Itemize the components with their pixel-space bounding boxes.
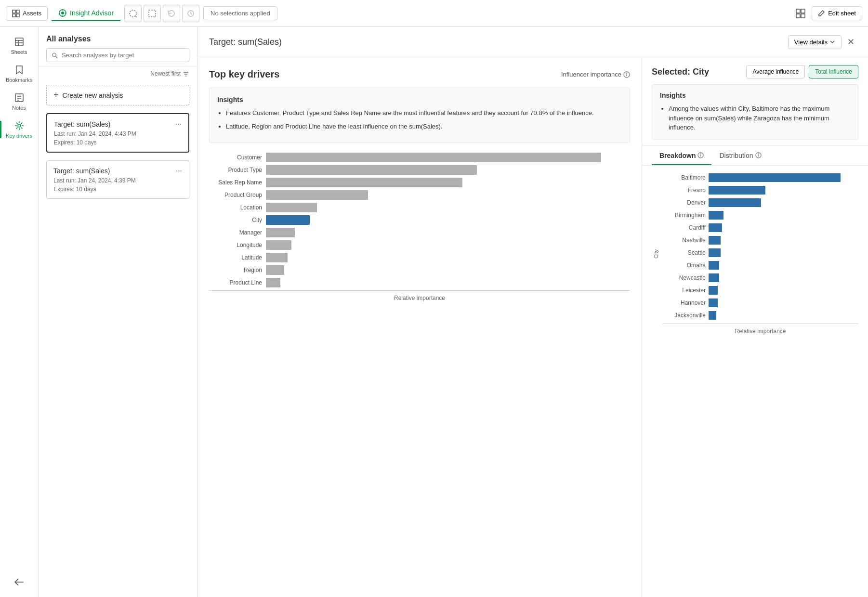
right-bar-label-11: Jacksonville: [662, 312, 706, 319]
edit-sheet-label: Edit sheet: [828, 10, 856, 17]
sidebar-item-bookmarks[interactable]: Bookmarks: [2, 61, 37, 87]
right-bar-label-10: Hannover: [662, 299, 706, 306]
left-bar-track-10: [266, 278, 630, 287]
info-icon: [623, 71, 630, 78]
tab-info-icon-breakdown: [697, 152, 704, 158]
left-bar-label-1: Product Type: [209, 167, 262, 173]
left-bar-track-8: [266, 253, 630, 262]
avg-influence-button[interactable]: Average influence: [746, 65, 805, 78]
left-bar-track-7: [266, 240, 630, 250]
right-bar-row-6: Seattle: [662, 248, 858, 257]
search-input[interactable]: [62, 52, 184, 59]
right-bar-label-7: Omaha: [662, 262, 706, 269]
view-grid-icon: [795, 8, 806, 19]
right-bar-label-0: Baltimore: [662, 174, 706, 181]
close-button[interactable]: ✕: [845, 35, 856, 49]
search-box[interactable]: [46, 48, 189, 62]
svg-rect-1: [16, 10, 19, 13]
left-bar-fill-7: [266, 240, 291, 250]
right-bar-label-5: Nashville: [662, 237, 706, 244]
insight-advisor-icon: [58, 9, 67, 17]
sidebar-item-notes[interactable]: Notes: [2, 89, 37, 115]
left-chart-area: Top key drivers Influencer importance In…: [197, 57, 642, 597]
view-details-button[interactable]: View details: [788, 35, 842, 49]
collapse-button[interactable]: [2, 573, 37, 591]
analysis-card-0[interactable]: Target: sum(Sales) ··· Last run: Jan 24,…: [46, 113, 189, 153]
insight-advisor-button[interactable]: Insight Advisor: [52, 6, 120, 21]
right-bar-row-2: Denver: [662, 198, 858, 207]
clock-icon-button[interactable]: [182, 5, 199, 22]
svg-rect-0: [13, 10, 15, 13]
left-bar-fill-9: [266, 265, 284, 275]
right-bar-track-9: [709, 286, 858, 295]
analysis-card-menu-0[interactable]: ···: [175, 120, 182, 129]
tab-distribution-label: Distribution: [719, 152, 753, 159]
assets-button[interactable]: Assets: [6, 6, 48, 21]
lasso-icon-button[interactable]: [124, 5, 142, 22]
left-bar-track-1: [266, 165, 630, 175]
right-bar-track-5: [709, 236, 858, 245]
right-bar-fill-1: [709, 186, 765, 195]
tab-breakdown[interactable]: Breakdown: [652, 146, 711, 165]
svg-rect-18: [796, 14, 800, 18]
right-y-axis: City: [652, 173, 660, 335]
right-chart-wrapper: City BaltimoreFresnoDenverBirminghamCard…: [652, 173, 858, 335]
svg-point-28: [18, 124, 21, 127]
notes-icon: [14, 92, 25, 103]
sidebar-item-key-drivers[interactable]: Key drivers: [2, 117, 37, 143]
edit-sheet-button[interactable]: Edit sheet: [812, 6, 862, 20]
left-bar-label-6: Manager: [209, 229, 262, 236]
left-bar-label-7: Longitude: [209, 242, 262, 248]
tab-distribution[interactable]: Distribution: [711, 146, 769, 165]
right-bar-fill-6: [709, 248, 721, 257]
edit-icon: [818, 10, 825, 17]
left-bar-row-6: Manager: [209, 228, 630, 237]
left-bar-row-10: Product Line: [209, 278, 630, 287]
svg-rect-2: [13, 14, 15, 17]
right-insights-list: Among the values within City, Baltimore …: [660, 104, 850, 132]
left-bar-fill-10: [266, 278, 280, 287]
right-bar-row-11: Jacksonville: [662, 311, 858, 320]
right-insights-box: Insights Among the values within City, B…: [652, 84, 858, 140]
svg-rect-19: [801, 14, 805, 18]
topbar-left: Assets Insight Advisor: [6, 5, 277, 22]
plus-icon: +: [53, 90, 59, 100]
total-influence-button[interactable]: Total influence: [809, 65, 858, 78]
analysis-card-1[interactable]: Target: sum(Sales) ··· Last run: Jan 24,…: [46, 160, 189, 199]
right-bar-row-4: Cardiff: [662, 223, 858, 232]
right-bar-label-6: Seattle: [662, 249, 706, 256]
view-details-label: View details: [794, 39, 828, 46]
svg-rect-3: [16, 14, 19, 17]
create-new-analysis-button[interactable]: + Create new analysis: [46, 85, 189, 105]
sidebar-item-sheets[interactable]: Sheets: [2, 33, 37, 59]
left-insight-1: Latitude, Region and Product Line have t…: [226, 122, 622, 131]
left-x-label: Relative importance: [209, 295, 630, 301]
right-chart-area: City BaltimoreFresnoDenverBirminghamCard…: [642, 166, 868, 597]
left-insights-box: Insights Features Customer, Product Type…: [209, 88, 630, 143]
right-bar-track-10: [709, 298, 858, 307]
refresh-icon-button[interactable]: [163, 5, 180, 22]
rect-select-icon-button[interactable]: [144, 5, 161, 22]
right-bar-label-8: Newcastle: [662, 274, 706, 281]
clock-icon: [187, 10, 195, 17]
right-bar-label-9: Leicester: [662, 287, 706, 294]
left-bar-fill-0: [266, 153, 601, 162]
analysis-card-title-1: Target: sum(Sales): [53, 167, 110, 175]
svg-point-48: [700, 154, 701, 154]
right-bar-fill-4: [709, 223, 722, 232]
view-toggle[interactable]: [795, 8, 806, 19]
bookmarks-label: Bookmarks: [6, 77, 32, 83]
analysis-card-menu-1[interactable]: ···: [176, 167, 182, 175]
right-panel-top: Selected: City Average influence Total i…: [652, 65, 858, 78]
content-area: Target: sum(Sales) View details ✕ Top ke…: [197, 27, 868, 597]
right-bar-row-9: Leicester: [662, 286, 858, 295]
left-bar-row-8: Latitude: [209, 253, 630, 262]
right-insights-title: Insights: [660, 91, 850, 99]
left-insights-title: Insights: [217, 96, 622, 104]
svg-point-38: [53, 53, 56, 56]
left-sidebar: Sheets Bookmarks Notes Key driv: [0, 27, 39, 597]
content-body: Top key drivers Influencer importance In…: [197, 57, 868, 597]
left-bar-fill-5: [266, 215, 310, 225]
key-drivers-label: Key drivers: [6, 133, 32, 139]
right-bar-track-8: [709, 273, 858, 282]
